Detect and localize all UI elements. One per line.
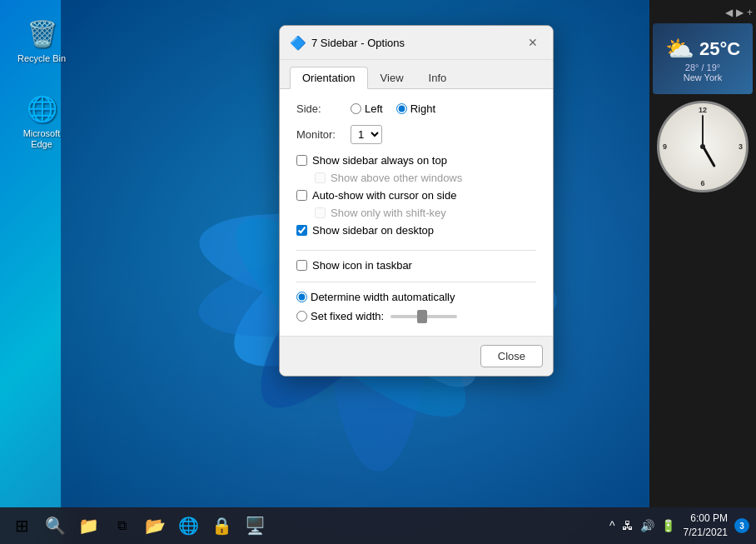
side-label: Side: bbox=[296, 102, 351, 115]
taskbar-tray: ^ 🖧 🔊 🔋 6:00 PM 7/21/2021 3 bbox=[608, 512, 749, 540]
tab-orientation[interactable]: Orientation bbox=[290, 67, 368, 89]
checkbox-show-above-row: Show above other windows bbox=[296, 172, 536, 184]
dialog-app-icon: 🔷 bbox=[290, 35, 306, 51]
edge-image: 🌐 bbox=[25, 92, 58, 125]
checkbox-shift-key-label: Show only with shift-key bbox=[331, 207, 446, 219]
radio-fixed-width[interactable] bbox=[296, 311, 307, 322]
panel-right-arrow[interactable]: ▶ bbox=[736, 7, 744, 18]
checkbox-taskbar-icon[interactable] bbox=[296, 260, 307, 271]
weather-icon: ⛅ bbox=[665, 35, 694, 62]
snap-layout-button[interactable]: ⧉ bbox=[107, 511, 137, 541]
tray-chevron[interactable]: ^ bbox=[608, 517, 617, 534]
dialog-titlebar: 🔷 7 Sidebar - Options ✕ bbox=[280, 26, 553, 60]
checkbox-always-on-top-label[interactable]: Show sidebar always on top bbox=[312, 154, 447, 167]
panel-add-button[interactable]: + bbox=[747, 7, 753, 18]
monitor-select-wrapper: 1 2 3 bbox=[351, 125, 382, 144]
side-radio-group: Left Right bbox=[351, 102, 435, 115]
auto-width-row: Determine width automatically bbox=[296, 291, 536, 303]
clock-num-3: 3 bbox=[739, 142, 743, 151]
checkbox-show-desktop-label[interactable]: Show sidebar on desktop bbox=[312, 224, 434, 237]
dialog-title-text: 7 Sidebar - Options bbox=[311, 37, 405, 49]
weather-range: 28° / 19° bbox=[685, 62, 720, 72]
dialog-close-button[interactable]: ✕ bbox=[523, 32, 543, 52]
checkbox-auto-show-label[interactable]: Auto-show with cursor on side bbox=[312, 189, 456, 202]
clock-center bbox=[700, 144, 705, 149]
clock-widget: 12 3 6 9 bbox=[657, 101, 749, 192]
side-row: Side: Left Right bbox=[296, 102, 536, 115]
checkbox-auto-show[interactable] bbox=[296, 190, 307, 201]
checkbox-show-desktop[interactable] bbox=[296, 225, 307, 236]
recycle-bin-image: 🗑️ bbox=[25, 17, 58, 50]
checkbox-taskbar-icon-label[interactable]: Show icon in taskbar bbox=[312, 259, 412, 272]
auto-width-label: Determine width automatically bbox=[311, 291, 455, 303]
fixed-width-option[interactable]: Set fixed width: bbox=[296, 310, 384, 322]
snap-icon: ⧉ bbox=[117, 518, 127, 533]
clock-minute-hand bbox=[702, 115, 704, 147]
width-slider-thumb[interactable] bbox=[417, 310, 427, 323]
clock-num-9: 9 bbox=[663, 142, 667, 151]
taskbar: ⊞ 🔍 📁 ⧉ 📂 🌐 🔒 🖥️ bbox=[0, 507, 756, 544]
search-button[interactable]: 🔍 bbox=[40, 511, 70, 541]
tab-view[interactable]: View bbox=[368, 67, 416, 89]
notification-badge[interactable]: 3 bbox=[734, 518, 749, 533]
microsoft-edge-icon[interactable]: 🌐 Microsoft Edge bbox=[12, 92, 71, 150]
checkbox-show-above[interactable] bbox=[315, 172, 326, 183]
monitor-label: Monitor: bbox=[296, 128, 351, 141]
desktop: 🗑️ Recycle Bin 🌐 Microsoft Edge ◀ ▶ + ⛅ … bbox=[0, 0, 756, 544]
panel-left-arrow[interactable]: ◀ bbox=[725, 7, 733, 18]
file-explorer-icon: 📁 bbox=[78, 516, 99, 536]
tab-info[interactable]: Info bbox=[416, 67, 460, 89]
system-tray: ^ 🖧 🔊 🔋 bbox=[608, 517, 677, 534]
right-sidebar-panel: ◀ ▶ + ⛅ 25°C 28° / 19° New York 12 3 6 9 bbox=[649, 0, 756, 508]
security-button[interactable]: 🔒 bbox=[206, 511, 236, 541]
separator-1 bbox=[296, 250, 536, 251]
radio-left-input[interactable] bbox=[351, 103, 361, 114]
auto-width-option[interactable]: Determine width automatically bbox=[296, 291, 455, 303]
dialog-tabs: Orientation View Info bbox=[280, 60, 553, 89]
radio-right-option[interactable]: Right bbox=[396, 102, 435, 115]
tray-battery[interactable]: 🔋 bbox=[659, 517, 677, 534]
radio-left-option[interactable]: Left bbox=[351, 102, 383, 115]
checkbox-shift-key[interactable] bbox=[315, 207, 326, 218]
tray-network[interactable]: 🖧 bbox=[620, 517, 635, 534]
start-button[interactable]: ⊞ bbox=[7, 511, 37, 541]
checkbox-always-on-top-row: Show sidebar always on top bbox=[296, 154, 536, 167]
radio-right-input[interactable] bbox=[396, 103, 407, 114]
weather-widget[interactable]: ⛅ 25°C 28° / 19° New York bbox=[653, 23, 753, 94]
close-button[interactable]: Close bbox=[480, 345, 543, 367]
checkbox-always-on-top[interactable] bbox=[296, 155, 307, 166]
file-explorer-button[interactable]: 📁 bbox=[73, 511, 103, 541]
tray-volume[interactable]: 🔊 bbox=[639, 517, 656, 534]
clock-hour-hand bbox=[702, 146, 716, 167]
monitor-select[interactable]: 1 2 3 bbox=[351, 125, 382, 144]
options-dialog: 🔷 7 Sidebar - Options ✕ Orientation View… bbox=[279, 25, 554, 377]
checkbox-auto-show-row: Auto-show with cursor on side bbox=[296, 189, 536, 202]
start-icon: ⊞ bbox=[15, 516, 29, 536]
monitor-row: Monitor: 1 2 3 bbox=[296, 125, 536, 144]
fixed-width-label: Set fixed width: bbox=[311, 310, 384, 322]
recycle-bin-icon[interactable]: 🗑️ Recycle Bin bbox=[12, 17, 71, 64]
folder-icon: 📂 bbox=[145, 516, 166, 536]
remote-icon: 🖥️ bbox=[245, 516, 266, 536]
clock-date: 7/21/2021 bbox=[684, 526, 728, 540]
weather-temperature: 25°C bbox=[699, 38, 740, 60]
fixed-width-row: Set fixed width: bbox=[296, 310, 536, 322]
edge-taskbar-button[interactable]: 🌐 bbox=[173, 511, 203, 541]
radio-auto-width[interactable] bbox=[296, 292, 307, 302]
checkbox-section: Show sidebar always on top Show above ot… bbox=[296, 154, 536, 237]
radio-right-label: Right bbox=[410, 102, 435, 115]
width-slider-track[interactable] bbox=[390, 315, 457, 318]
remote-button[interactable]: 🖥️ bbox=[240, 511, 270, 541]
checkbox-show-above-label: Show above other windows bbox=[331, 172, 462, 184]
search-icon: 🔍 bbox=[45, 516, 66, 536]
width-section: Determine width automatically Set fixed … bbox=[296, 291, 536, 322]
clock-num-12: 12 bbox=[699, 106, 707, 114]
folder-button[interactable]: 📂 bbox=[140, 511, 170, 541]
taskbar-clock[interactable]: 6:00 PM 7/21/2021 bbox=[684, 512, 728, 540]
clock-num-6: 6 bbox=[700, 179, 704, 187]
clock-time: 6:00 PM bbox=[684, 512, 728, 526]
dialog-content: Side: Left Right Monitor: bbox=[280, 89, 553, 336]
taskbar-icons: ⊞ 🔍 📁 ⧉ 📂 🌐 🔒 🖥️ bbox=[7, 511, 270, 541]
checkbox-taskbar-icon-row: Show icon in taskbar bbox=[296, 259, 536, 272]
radio-left-label: Left bbox=[365, 102, 383, 115]
